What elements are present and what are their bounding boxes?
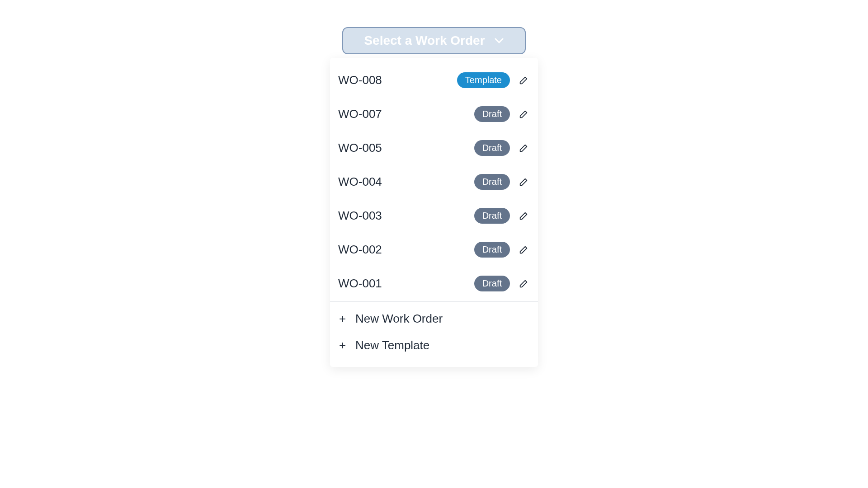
plus-icon: +	[339, 338, 345, 352]
new-template-label: New Template	[355, 338, 429, 352]
new-template-button[interactable]: + New Template	[330, 332, 538, 359]
status-badge: Draft	[474, 140, 510, 156]
plus-icon: +	[339, 312, 345, 326]
chevron-down-icon	[494, 36, 504, 46]
new-work-order-button[interactable]: + New Work Order	[330, 305, 538, 332]
work-order-code: WO-002	[338, 243, 382, 257]
footer-actions: + New Work Order + New Template	[330, 302, 538, 367]
status-badge: Draft	[474, 208, 510, 224]
item-right-group: Draft	[474, 140, 529, 156]
work-order-item[interactable]: WO-003 Draft	[330, 199, 538, 233]
item-right-group: Draft	[474, 208, 529, 224]
status-badge: Template	[457, 72, 510, 88]
work-order-code: WO-007	[338, 107, 382, 121]
work-order-item[interactable]: WO-002 Draft	[330, 233, 538, 267]
edit-icon[interactable]	[518, 244, 529, 255]
work-order-code: WO-003	[338, 209, 382, 223]
edit-icon[interactable]	[518, 75, 529, 86]
edit-icon[interactable]	[518, 143, 529, 154]
work-order-code: WO-008	[338, 73, 382, 87]
edit-icon[interactable]	[518, 109, 529, 120]
work-order-list: WO-008 Template WO-007 Draft	[330, 58, 538, 300]
work-order-code: WO-005	[338, 141, 382, 155]
status-badge: Draft	[474, 276, 510, 291]
item-right-group: Draft	[474, 106, 529, 122]
item-right-group: Draft	[474, 242, 529, 258]
select-button-label: Select a Work Order	[364, 33, 485, 48]
item-right-group: Template	[457, 72, 529, 88]
work-order-code: WO-004	[338, 175, 382, 189]
select-work-order-button[interactable]: Select a Work Order	[342, 27, 526, 54]
work-order-item[interactable]: WO-008 Template	[330, 63, 538, 97]
edit-icon[interactable]	[518, 177, 529, 188]
work-order-selector: Select a Work Order WO-008 Template WO-0…	[330, 27, 538, 488]
work-order-item[interactable]: WO-007 Draft	[330, 97, 538, 131]
item-right-group: Draft	[474, 276, 529, 291]
status-badge: Draft	[474, 106, 510, 122]
work-order-code: WO-001	[338, 277, 382, 291]
edit-icon[interactable]	[518, 211, 529, 221]
edit-icon[interactable]	[518, 278, 529, 289]
work-order-item[interactable]: WO-005 Draft	[330, 131, 538, 165]
status-badge: Draft	[474, 242, 510, 258]
work-order-item[interactable]: WO-001 Draft	[330, 267, 538, 300]
item-right-group: Draft	[474, 174, 529, 190]
dropdown-panel: WO-008 Template WO-007 Draft	[330, 58, 538, 367]
status-badge: Draft	[474, 174, 510, 190]
work-order-item[interactable]: WO-004 Draft	[330, 165, 538, 199]
new-work-order-label: New Work Order	[355, 312, 443, 326]
